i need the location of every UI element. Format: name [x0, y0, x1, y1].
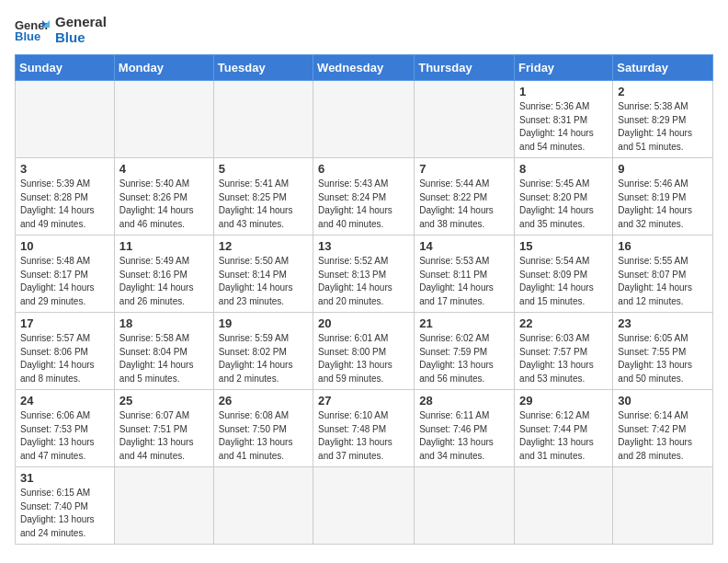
- day-info: Sunrise: 5:49 AM Sunset: 8:16 PM Dayligh…: [119, 255, 209, 308]
- day-number: 24: [20, 394, 109, 408]
- calendar-cell: [114, 467, 213, 545]
- week-row-4: 17Sunrise: 5:57 AM Sunset: 8:06 PM Dayli…: [16, 313, 713, 390]
- day-info: Sunrise: 5:57 AM Sunset: 8:06 PM Dayligh…: [20, 332, 109, 385]
- calendar-cell: 17Sunrise: 5:57 AM Sunset: 8:06 PM Dayli…: [16, 313, 115, 390]
- day-info: Sunrise: 5:45 AM Sunset: 8:20 PM Dayligh…: [519, 178, 608, 231]
- day-number: 12: [219, 239, 308, 253]
- day-info: Sunrise: 5:36 AM Sunset: 8:31 PM Dayligh…: [519, 100, 608, 154]
- calendar-cell: 4Sunrise: 5:40 AM Sunset: 8:26 PM Daylig…: [114, 158, 213, 236]
- calendar-cell: 22Sunrise: 6:03 AM Sunset: 7:57 PM Dayli…: [515, 313, 613, 390]
- calendar-cell: 19Sunrise: 5:59 AM Sunset: 8:02 PM Dayli…: [213, 313, 313, 390]
- day-number: 11: [119, 239, 209, 253]
- day-number: 25: [119, 394, 209, 408]
- logo-blue: Blue: [55, 30, 107, 46]
- day-number: 28: [419, 394, 509, 408]
- day-number: 5: [219, 162, 308, 176]
- calendar-cell: [213, 467, 313, 545]
- logo-general: General: [55, 15, 107, 30]
- day-info: Sunrise: 6:03 AM Sunset: 7:57 PM Dayligh…: [519, 332, 608, 385]
- day-info: Sunrise: 5:40 AM Sunset: 8:26 PM Dayligh…: [119, 178, 209, 231]
- calendar-cell: 23Sunrise: 6:05 AM Sunset: 7:55 PM Dayli…: [613, 313, 713, 390]
- day-info: Sunrise: 6:06 AM Sunset: 7:53 PM Dayligh…: [20, 409, 109, 463]
- day-number: 18: [119, 316, 209, 330]
- calendar-cell: [415, 81, 515, 158]
- calendar-cell: 21Sunrise: 6:02 AM Sunset: 7:59 PM Dayli…: [415, 313, 515, 390]
- day-info: Sunrise: 5:55 AM Sunset: 8:07 PM Dayligh…: [618, 255, 708, 308]
- logo-icon: General Blue: [15, 17, 50, 44]
- calendar-table: SundayMondayTuesdayWednesdayThursdayFrid…: [15, 54, 713, 545]
- day-info: Sunrise: 5:52 AM Sunset: 8:13 PM Dayligh…: [318, 255, 409, 308]
- calendar-cell: 6Sunrise: 5:43 AM Sunset: 8:24 PM Daylig…: [313, 158, 415, 236]
- calendar-cell: 30Sunrise: 6:14 AM Sunset: 7:42 PM Dayli…: [613, 390, 713, 467]
- day-number: 13: [318, 239, 409, 253]
- calendar-cell: 1Sunrise: 5:36 AM Sunset: 8:31 PM Daylig…: [515, 81, 613, 158]
- calendar-cell: [613, 467, 713, 545]
- day-info: Sunrise: 6:15 AM Sunset: 7:40 PM Dayligh…: [20, 487, 109, 540]
- weekday-header-thursday: Thursday: [415, 55, 515, 81]
- day-info: Sunrise: 6:14 AM Sunset: 7:42 PM Dayligh…: [618, 409, 708, 463]
- day-number: 29: [519, 394, 608, 408]
- weekday-header-friday: Friday: [515, 55, 613, 81]
- calendar-cell: 12Sunrise: 5:50 AM Sunset: 8:14 PM Dayli…: [213, 236, 313, 313]
- svg-text:Blue: Blue: [15, 29, 40, 43]
- calendar-cell: 20Sunrise: 6:01 AM Sunset: 8:00 PM Dayli…: [313, 313, 415, 390]
- day-number: 16: [618, 239, 708, 253]
- calendar-cell: [16, 81, 115, 158]
- day-number: 4: [119, 162, 209, 176]
- day-info: Sunrise: 6:12 AM Sunset: 7:44 PM Dayligh…: [519, 409, 608, 463]
- day-number: 10: [20, 239, 109, 253]
- day-info: Sunrise: 6:11 AM Sunset: 7:46 PM Dayligh…: [419, 409, 509, 463]
- weekday-header-row: SundayMondayTuesdayWednesdayThursdayFrid…: [16, 55, 713, 81]
- day-number: 6: [318, 162, 409, 176]
- day-info: Sunrise: 5:50 AM Sunset: 8:14 PM Dayligh…: [219, 255, 308, 308]
- calendar-cell: 26Sunrise: 6:08 AM Sunset: 7:50 PM Dayli…: [213, 390, 313, 467]
- calendar-cell: 3Sunrise: 5:39 AM Sunset: 8:28 PM Daylig…: [16, 158, 115, 236]
- calendar-cell: [313, 81, 415, 158]
- calendar-cell: 16Sunrise: 5:55 AM Sunset: 8:07 PM Dayli…: [613, 236, 713, 313]
- day-number: 26: [219, 394, 308, 408]
- day-number: 2: [618, 85, 708, 98]
- week-row-1: 1Sunrise: 5:36 AM Sunset: 8:31 PM Daylig…: [16, 81, 713, 158]
- calendar-cell: 14Sunrise: 5:53 AM Sunset: 8:11 PM Dayli…: [415, 236, 515, 313]
- weekday-header-tuesday: Tuesday: [213, 55, 313, 81]
- day-number: 20: [318, 316, 409, 330]
- weekday-header-monday: Monday: [114, 55, 213, 81]
- logo: General Blue General Blue: [15, 15, 107, 45]
- calendar-cell: 13Sunrise: 5:52 AM Sunset: 8:13 PM Dayli…: [313, 236, 415, 313]
- day-info: Sunrise: 5:54 AM Sunset: 8:09 PM Dayligh…: [519, 255, 608, 308]
- weekday-header-sunday: Sunday: [16, 55, 115, 81]
- calendar-cell: 2Sunrise: 5:38 AM Sunset: 8:29 PM Daylig…: [613, 81, 713, 158]
- day-number: 9: [618, 162, 708, 176]
- day-number: 17: [20, 316, 109, 330]
- calendar-cell: [114, 81, 213, 158]
- day-number: 1: [519, 85, 608, 98]
- calendar-cell: 25Sunrise: 6:07 AM Sunset: 7:51 PM Dayli…: [114, 390, 213, 467]
- calendar-cell: [515, 467, 613, 545]
- day-number: 30: [618, 394, 708, 408]
- day-number: 21: [419, 316, 509, 330]
- calendar-cell: [415, 467, 515, 545]
- day-number: 19: [219, 316, 308, 330]
- calendar-cell: 27Sunrise: 6:10 AM Sunset: 7:48 PM Dayli…: [313, 390, 415, 467]
- day-info: Sunrise: 5:59 AM Sunset: 8:02 PM Dayligh…: [219, 332, 308, 385]
- calendar-cell: 31Sunrise: 6:15 AM Sunset: 7:40 PM Dayli…: [16, 467, 115, 545]
- day-info: Sunrise: 5:44 AM Sunset: 8:22 PM Dayligh…: [419, 178, 509, 231]
- day-info: Sunrise: 6:10 AM Sunset: 7:48 PM Dayligh…: [318, 409, 409, 463]
- day-info: Sunrise: 6:07 AM Sunset: 7:51 PM Dayligh…: [119, 409, 209, 463]
- day-info: Sunrise: 5:38 AM Sunset: 8:29 PM Dayligh…: [618, 100, 708, 154]
- header: General Blue General Blue: [15, 15, 713, 45]
- day-info: Sunrise: 5:53 AM Sunset: 8:11 PM Dayligh…: [419, 255, 509, 308]
- calendar-cell: 29Sunrise: 6:12 AM Sunset: 7:44 PM Dayli…: [515, 390, 613, 467]
- calendar-cell: 24Sunrise: 6:06 AM Sunset: 7:53 PM Dayli…: [16, 390, 115, 467]
- calendar-cell: 8Sunrise: 5:45 AM Sunset: 8:20 PM Daylig…: [515, 158, 613, 236]
- day-info: Sunrise: 6:08 AM Sunset: 7:50 PM Dayligh…: [219, 409, 308, 463]
- calendar-cell: 9Sunrise: 5:46 AM Sunset: 8:19 PM Daylig…: [613, 158, 713, 236]
- week-row-2: 3Sunrise: 5:39 AM Sunset: 8:28 PM Daylig…: [16, 158, 713, 236]
- day-number: 14: [419, 239, 509, 253]
- day-number: 15: [519, 239, 608, 253]
- day-number: 8: [519, 162, 608, 176]
- week-row-5: 24Sunrise: 6:06 AM Sunset: 7:53 PM Dayli…: [16, 390, 713, 467]
- day-info: Sunrise: 5:41 AM Sunset: 8:25 PM Dayligh…: [219, 178, 308, 231]
- day-number: 27: [318, 394, 409, 408]
- week-row-6: 31Sunrise: 6:15 AM Sunset: 7:40 PM Dayli…: [16, 467, 713, 545]
